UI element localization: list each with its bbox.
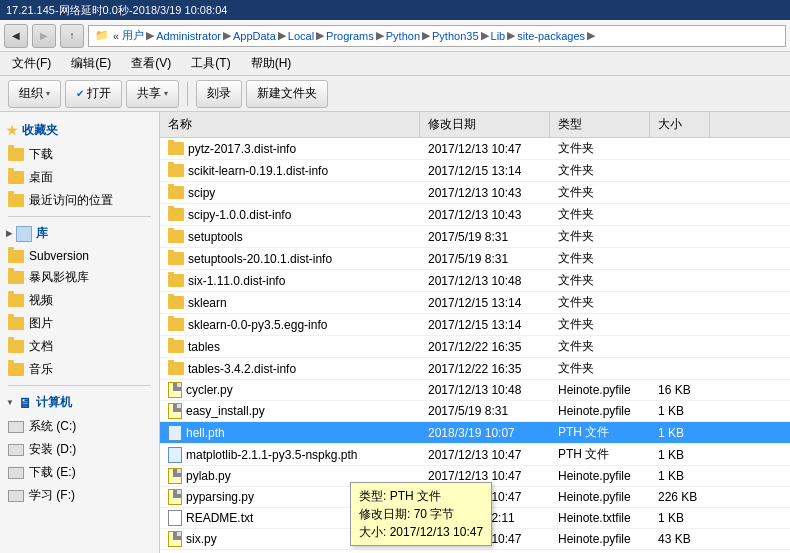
table-row[interactable]: scipy 2017/12/13 10:43 文件夹 <box>160 182 790 204</box>
sidebar-item-video[interactable]: 视频 <box>0 289 159 312</box>
burn-button[interactable]: 刻录 <box>196 80 242 108</box>
menu-tools[interactable]: 工具(T) <box>187 54 234 73</box>
table-row[interactable]: tables-3.4.2.dist-info 2017/12/22 16:35 … <box>160 358 790 380</box>
sidebar-drive-d[interactable]: 安装 (D:) <box>0 438 159 461</box>
file-modified-cell: 2017/5/19 8:31 <box>420 402 550 420</box>
music-icon <box>8 363 24 376</box>
file-type-cell: PTH 文件 <box>550 444 650 465</box>
table-row[interactable]: sklearn 2017/12/15 13:14 文件夹 <box>160 292 790 314</box>
col-name[interactable]: 名称 <box>160 112 420 137</box>
toolbar: 组织 ▾ ✔ 打开 共享 ▾ 刻录 新建文件夹 <box>0 76 790 112</box>
open-button[interactable]: ✔ 打开 <box>65 80 122 108</box>
table-row[interactable]: hell.pth 2018/3/19 10:07 PTH 文件 1 KB <box>160 422 790 444</box>
sidebar-drive-e[interactable]: 下载 (E:) <box>0 461 159 484</box>
up-button[interactable]: ↑ <box>60 24 84 48</box>
table-row[interactable]: scikit-learn-0.19.1.dist-info 2017/12/15… <box>160 160 790 182</box>
table-row[interactable]: tables 2017/12/22 16:35 文件夹 <box>160 336 790 358</box>
menu-view[interactable]: 查看(V) <box>127 54 175 73</box>
computer-header[interactable]: ▼ 🖥 计算机 <box>0 390 159 415</box>
new-folder-button[interactable]: 新建文件夹 <box>246 80 328 108</box>
table-row[interactable]: pytz-2017.3.dist-info 2017/12/13 10:47 文… <box>160 138 790 160</box>
path-part-0[interactable]: 用户 <box>122 28 144 43</box>
share-button[interactable]: 共享 ▾ <box>126 80 179 108</box>
sidebar-item-music[interactable]: 音乐 <box>0 358 159 381</box>
table-row[interactable]: sklearn-0.0-py3.5.egg-info 2017/12/15 13… <box>160 314 790 336</box>
pth-file-icon <box>168 425 182 441</box>
file-name-cell: tables-3.4.2.dist-info <box>160 360 420 378</box>
py-file-icon <box>168 468 182 484</box>
forward-button[interactable]: ▶ <box>32 24 56 48</box>
path-part-1[interactable]: Administrator <box>156 30 221 42</box>
path-part-5[interactable]: Python <box>386 30 420 42</box>
path-part-8[interactable]: site-packages <box>517 30 585 42</box>
file-modified-cell: 2017/12/13 10:43 <box>420 184 550 202</box>
col-type[interactable]: 类型 <box>550 112 650 137</box>
path-part-3[interactable]: Local <box>288 30 314 42</box>
folder-icon <box>168 186 184 199</box>
sidebar-item-docs[interactable]: 文档 <box>0 335 159 358</box>
file-modified-cell: 2017/12/13 10:47 <box>420 446 550 464</box>
drive-e-icon <box>8 467 24 479</box>
table-row[interactable]: six-1.11.0.dist-info 2017/12/13 10:48 文件… <box>160 270 790 292</box>
docs-label: 文档 <box>29 338 53 355</box>
file-modified: 2017/12/13 10:43 <box>428 186 521 200</box>
back-button[interactable]: ◀ <box>4 24 28 48</box>
pictures-icon <box>8 317 24 330</box>
tooltip-line3: 大小: 2017/12/13 10:47 <box>359 523 483 541</box>
drive-e-label: 下载 (E:) <box>29 464 76 481</box>
table-row[interactable]: setuptools 2017/5/19 8:31 文件夹 <box>160 226 790 248</box>
col-modified[interactable]: 修改日期 <box>420 112 550 137</box>
sidebar-item-baofeng[interactable]: 暴风影视库 <box>0 266 159 289</box>
file-type-cell: 文件夹 <box>550 270 650 291</box>
file-modified: 2017/12/13 10:48 <box>428 274 521 288</box>
file-name: tables-3.4.2.dist-info <box>188 362 296 376</box>
sidebar-item-desktop[interactable]: 桌面 <box>0 166 159 189</box>
file-size-cell <box>650 345 710 349</box>
folder-icon <box>168 252 184 265</box>
sidebar-item-recent[interactable]: 最近访问的位置 <box>0 189 159 212</box>
file-size-cell <box>650 279 710 283</box>
file-type-cell: Heinote.pyfile <box>550 402 650 420</box>
computer-icon: 🖥 <box>18 395 32 411</box>
menu-bar: 文件(F) 编辑(E) 查看(V) 工具(T) 帮助(H) <box>0 52 790 76</box>
file-modified: 2017/12/13 10:48 <box>428 383 521 397</box>
folder-icon <box>168 230 184 243</box>
library-header[interactable]: ▶ 库 <box>0 221 159 246</box>
file-modified-cell: 2017/5/19 8:31 <box>420 228 550 246</box>
col-size[interactable]: 大小 <box>650 112 710 137</box>
table-row[interactable]: cycler.py 2017/12/13 10:48 Heinote.pyfil… <box>160 380 790 401</box>
menu-file[interactable]: 文件(F) <box>8 54 55 73</box>
sidebar-item-download[interactable]: 下载 <box>0 143 159 166</box>
file-modified: 2017/12/13 10:47 <box>428 448 521 462</box>
path-part-4[interactable]: Programs <box>326 30 374 42</box>
sidebar-item-pictures[interactable]: 图片 <box>0 312 159 335</box>
sidebar-recent-label: 最近访问的位置 <box>29 192 113 209</box>
table-row[interactable]: setuptools-20.10.1.dist-info 2017/5/19 8… <box>160 248 790 270</box>
menu-help[interactable]: 帮助(H) <box>247 54 296 73</box>
path-part-7[interactable]: Lib <box>491 30 506 42</box>
path-part-6[interactable]: Python35 <box>432 30 478 42</box>
txt-file-icon <box>168 510 182 526</box>
table-row[interactable]: matplotlib-2.1.1-py3.5-nspkg.pth 2017/12… <box>160 444 790 466</box>
sidebar-drive-c[interactable]: 系统 (C:) <box>0 415 159 438</box>
title-bar: 17.21.145-网络延时0.0秒-2018/3/19 10:08:04 <box>0 0 790 20</box>
table-row[interactable]: easy_install.py 2017/5/19 8:31 Heinote.p… <box>160 401 790 422</box>
organize-label: 组织 <box>19 85 43 102</box>
table-row[interactable]: scipy-1.0.0.dist-info 2017/12/13 10:43 文… <box>160 204 790 226</box>
file-name: easy_install.py <box>186 404 265 418</box>
sidebar-item-subversion[interactable]: Subversion <box>0 246 159 266</box>
sidebar-drive-f[interactable]: 学习 (F:) <box>0 484 159 507</box>
file-list-area: 名称 修改日期 类型 大小 pytz-2017.3.dist-info 2017… <box>160 112 790 553</box>
file-size-cell: 226 KB <box>650 488 710 506</box>
address-path[interactable]: 📁 « 用户 ▶ Administrator ▶ AppData ▶ Local… <box>88 25 786 47</box>
file-type-cell: Heinote.txtfile <box>550 509 650 527</box>
favorites-header[interactable]: ★ 收藏夹 <box>0 118 159 143</box>
file-size-cell <box>650 213 710 217</box>
file-type: Heinote.pyfile <box>558 469 631 483</box>
file-modified: 2017/5/19 8:31 <box>428 252 508 266</box>
organize-button[interactable]: 组织 ▾ <box>8 80 61 108</box>
path-part-2[interactable]: AppData <box>233 30 276 42</box>
file-name: cycler.py <box>186 383 233 397</box>
file-type: PTH 文件 <box>558 424 609 441</box>
menu-edit[interactable]: 编辑(E) <box>67 54 115 73</box>
